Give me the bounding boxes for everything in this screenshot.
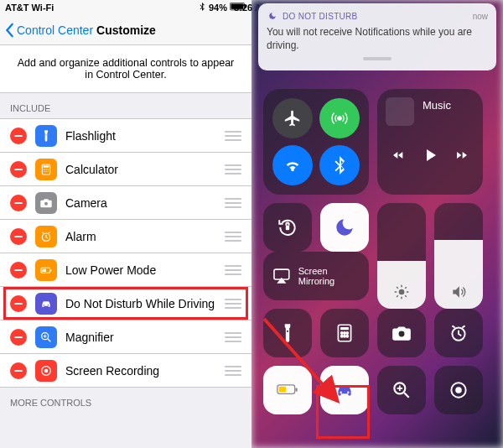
list-item[interactable]: Screen Recording xyxy=(0,354,252,388)
svg-point-34 xyxy=(346,336,348,337)
svg-point-17 xyxy=(44,305,44,305)
svg-point-8 xyxy=(48,169,49,169)
svg-point-6 xyxy=(44,169,44,169)
volume-icon xyxy=(434,284,483,300)
bluetooth-toggle[interactable] xyxy=(319,145,360,185)
drag-handle-icon[interactable] xyxy=(225,299,241,309)
flashlight-icon xyxy=(35,125,57,147)
remove-button[interactable] xyxy=(10,329,27,346)
music-tile[interactable]: Music xyxy=(377,89,483,195)
control-center-screen: DO NOT DISTURB now You will not receive … xyxy=(252,0,503,448)
drag-handle-icon[interactable] xyxy=(225,198,241,208)
remove-button[interactable] xyxy=(10,295,27,312)
calculator-tile[interactable] xyxy=(320,309,369,357)
album-art-placeholder xyxy=(386,97,414,126)
battery-icon xyxy=(35,259,57,281)
list-item[interactable]: Magnifier xyxy=(0,320,252,354)
record-icon xyxy=(35,360,57,382)
magnifier-tile[interactable] xyxy=(377,366,426,414)
svg-rect-23 xyxy=(286,226,289,230)
alarm-tile[interactable] xyxy=(434,309,483,357)
include-list: FlashlightCalculatorCameraAlarmLow Power… xyxy=(0,118,252,388)
connectivity-tile[interactable] xyxy=(263,89,369,195)
brightness-icon xyxy=(377,284,426,300)
remove-button[interactable] xyxy=(10,195,27,211)
notification-handle-icon[interactable] xyxy=(363,57,392,60)
rewind-icon[interactable] xyxy=(392,148,405,162)
forward-icon[interactable] xyxy=(455,148,469,162)
remove-button[interactable] xyxy=(10,161,27,178)
drag-handle-icon[interactable] xyxy=(225,232,241,242)
volume-slider[interactable] xyxy=(434,203,483,309)
svg-point-10 xyxy=(45,170,46,171)
list-item[interactable]: Calculator xyxy=(0,153,252,186)
notification-banner[interactable]: DO NOT DISTURB now You will not receive … xyxy=(258,3,496,70)
svg-point-30 xyxy=(344,332,345,334)
svg-point-11 xyxy=(48,170,49,171)
svg-rect-16 xyxy=(42,268,46,271)
remove-button[interactable] xyxy=(10,128,27,144)
camera-icon xyxy=(35,192,57,214)
alarm-icon xyxy=(35,226,57,247)
back-button[interactable]: Control Center xyxy=(5,23,93,38)
camera-tile[interactable] xyxy=(377,309,426,357)
play-icon[interactable] xyxy=(420,145,440,165)
calculator-icon xyxy=(35,159,57,180)
drag-handle-icon[interactable] xyxy=(225,366,241,376)
row-label: Alarm xyxy=(65,230,225,243)
svg-point-32 xyxy=(341,336,343,337)
svg-point-40 xyxy=(340,392,341,393)
drag-handle-icon[interactable] xyxy=(225,131,241,141)
back-label: Control Center xyxy=(17,23,93,37)
row-label: Calculator xyxy=(65,163,225,176)
page-description: Add and organize additional controls to … xyxy=(0,45,252,93)
row-label: Do Not Disturb While Driving xyxy=(65,297,225,310)
airplane-toggle[interactable] xyxy=(272,98,313,138)
row-label: Low Power Mode xyxy=(65,263,225,277)
drag-handle-icon[interactable] xyxy=(225,265,241,275)
page-title: Customize xyxy=(96,23,156,37)
notification-body: You will not receive Notifications while… xyxy=(267,25,488,52)
svg-point-33 xyxy=(344,336,345,337)
list-item[interactable]: Flashlight xyxy=(0,119,252,153)
list-item[interactable]: Do Not Disturb While Driving xyxy=(0,287,252,320)
list-item[interactable]: Camera xyxy=(0,186,252,220)
svg-point-41 xyxy=(347,392,349,393)
row-label: Screen Recording xyxy=(65,364,225,378)
svg-point-31 xyxy=(346,332,348,334)
drag-handle-icon[interactable] xyxy=(225,332,241,342)
svg-rect-5 xyxy=(44,165,49,167)
section-header-more: MORE CONTROLS xyxy=(0,388,252,413)
moon-icon xyxy=(267,10,278,22)
screen-mirroring-tile[interactable]: Screen Mirroring xyxy=(263,252,369,300)
svg-point-3 xyxy=(45,134,46,135)
cellular-toggle[interactable] xyxy=(319,98,360,138)
status-bar: AT&T Wi-Fi 8:26 AM 94% xyxy=(0,0,252,15)
list-item[interactable]: Alarm xyxy=(0,220,252,253)
orientation-lock-tile[interactable] xyxy=(263,203,312,252)
list-item[interactable]: Low Power Mode xyxy=(0,253,252,287)
svg-point-18 xyxy=(48,305,49,305)
brightness-slider[interactable] xyxy=(377,203,426,309)
screen-recording-tile[interactable] xyxy=(434,366,483,414)
remove-button[interactable] xyxy=(10,228,27,245)
settings-screen: AT&T Wi-Fi 8:26 AM 94% Control Center Cu… xyxy=(0,0,252,448)
svg-point-7 xyxy=(45,169,46,169)
svg-rect-28 xyxy=(340,327,349,330)
svg-point-29 xyxy=(341,332,343,334)
low-power-tile[interactable] xyxy=(263,366,312,414)
remove-button[interactable] xyxy=(10,362,27,379)
nav-bar: Control Center Customize xyxy=(0,15,252,45)
notification-app: DO NOT DISTURB xyxy=(267,10,358,22)
drag-handle-icon[interactable] xyxy=(225,164,241,175)
mirroring-label: Screen Mirroring xyxy=(298,266,360,286)
svg-point-35 xyxy=(399,331,405,337)
do-not-disturb-tile[interactable] xyxy=(320,203,369,252)
wifi-toggle[interactable] xyxy=(272,145,313,185)
remove-button[interactable] xyxy=(10,262,27,279)
flashlight-tile[interactable] xyxy=(263,309,312,357)
dnd-driving-tile[interactable] xyxy=(320,366,369,414)
section-header-include: INCLUDE xyxy=(0,93,252,118)
svg-point-21 xyxy=(44,368,49,372)
music-label: Music xyxy=(423,99,474,112)
